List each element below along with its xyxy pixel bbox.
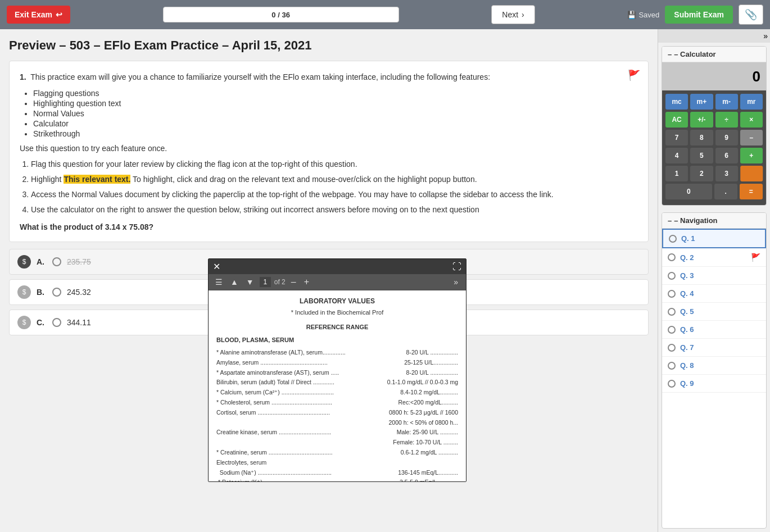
pdf-popup: ✕ ⛶ ☰ ▲ ▼ of 2 – + » LABORATORY VALUES *…: [208, 258, 466, 482]
navigation-list: Q. 1 Q. 2 🚩 Q. 3 Q. 4 Q. 5: [662, 229, 766, 393]
calc-decimal-button[interactable]: .: [714, 184, 737, 199]
pdf-content: LABORATORY VALUES * Included in the Bioc…: [209, 290, 466, 481]
pdf-row: * Calcium, serum (Ca²⁺) ................…: [216, 388, 458, 397]
pdf-row: Female: 10-70 U/L .........: [216, 438, 458, 447]
nav-item-q9[interactable]: Q. 9: [662, 375, 766, 393]
pdf-toolbar: ☰ ▲ ▼ of 2 – + »: [209, 274, 466, 290]
calc-equals-button[interactable]: =: [740, 184, 763, 199]
pdf-row: * Alanine aminotransferase (ALT), serum.…: [216, 348, 458, 357]
calc-mminus-button[interactable]: m-: [715, 94, 738, 110]
list-item: Calculator: [33, 119, 638, 128]
radio-b[interactable]: [52, 288, 61, 297]
nav-circle-q3: [668, 272, 676, 280]
pdf-next-page[interactable]: ▼: [244, 276, 256, 288]
pdf-row: * Potassium (K⁺) .......................…: [216, 478, 458, 481]
calc-row-123: 1 2 3: [665, 166, 763, 181]
list-item: Access the Normal Values document by cli…: [31, 189, 638, 201]
pdf-move-button[interactable]: ⛶: [452, 262, 461, 272]
nav-label-q3: Q. 3: [680, 271, 694, 280]
pdf-page-input[interactable]: [260, 277, 271, 287]
pdf-row: Cortisol, serum ........................…: [216, 408, 458, 417]
calc-7-button[interactable]: 7: [665, 130, 688, 145]
calc-2-button[interactable]: 2: [690, 166, 713, 181]
nav-label-q4: Q. 4: [680, 289, 694, 298]
nav-item-q8[interactable]: Q. 8: [662, 357, 766, 375]
list-item: Flag this question for your later review…: [31, 158, 638, 170]
calc-3-button[interactable]: 3: [715, 166, 738, 181]
option-text-c: 344.11: [67, 318, 91, 327]
exit-button[interactable]: Exit Exam ↩: [7, 6, 70, 24]
calc-plus-button[interactable]: +: [740, 148, 763, 163]
pdf-row: * Cholesterol, serum ...................…: [216, 398, 458, 407]
strikethrough-btn-b[interactable]: $: [17, 285, 31, 299]
option-text-a: 235.75: [67, 257, 91, 266]
pdf-close-button[interactable]: ✕: [213, 261, 220, 272]
topbar: Exit Exam ↩ 0 / 36 Next › 💾 Saved Submit…: [0, 0, 770, 29]
calc-minus-icon: –: [668, 50, 672, 58]
calc-1-button[interactable]: 1: [665, 166, 688, 181]
nav-item-q5[interactable]: Q. 5: [662, 303, 766, 321]
pdf-sidebar-toggle[interactable]: ☰: [213, 276, 225, 288]
pdf-expand-button[interactable]: »: [450, 276, 461, 288]
nav-item-q4[interactable]: Q. 4: [662, 285, 766, 303]
pdf-zoom-in[interactable]: +: [302, 277, 311, 287]
option-label-c: C.: [37, 318, 44, 327]
calc-row-0: 0 . =: [665, 184, 763, 199]
navigation-header: – – Navigation: [662, 213, 766, 229]
calc-6-button[interactable]: 6: [715, 148, 738, 163]
nav-item-q6[interactable]: Q. 6: [662, 321, 766, 339]
page-title: Preview – 503 – EFlo Exam Practice – Apr…: [9, 38, 649, 53]
pdf-row: Sodium (Na⁺) ...........................…: [216, 468, 458, 478]
calc-mc-button[interactable]: mc: [665, 94, 688, 110]
pdf-row: Creatine kinase, serum .................…: [216, 428, 458, 437]
next-button[interactable]: Next ›: [491, 5, 535, 24]
question-intro: This practice exam will give you a chanc…: [30, 72, 490, 81]
highlight-text: This relevant text.: [64, 175, 130, 184]
pdf-zoom-out[interactable]: –: [289, 277, 298, 287]
flag-button[interactable]: 🚩: [628, 69, 640, 81]
calc-function-row: AC +/- ÷ ×: [665, 112, 763, 128]
calc-9-button[interactable]: 9: [715, 130, 738, 145]
sidebar-toggle-button[interactable]: »: [658, 29, 770, 43]
list-item: Strikethrough: [33, 129, 638, 138]
calc-mr-button[interactable]: mr: [740, 94, 763, 110]
nav-label-q5: Q. 5: [680, 307, 694, 316]
nav-circle-q6: [668, 326, 676, 334]
calc-4-button[interactable]: 4: [665, 148, 688, 163]
calc-8-button[interactable]: 8: [690, 130, 713, 145]
pdf-prev-page[interactable]: ▲: [228, 276, 241, 288]
next-chevron-icon: ›: [522, 10, 524, 19]
calc-multiply-button[interactable]: ×: [740, 112, 763, 128]
nav-circle-q1: [669, 235, 677, 243]
paperclip-button[interactable]: 📎: [739, 4, 763, 25]
navigation-section: – – Navigation Q. 1 Q. 2 🚩 Q. 3: [662, 212, 767, 529]
calc-mplus-button[interactable]: m+: [690, 94, 713, 110]
calculator-title: – Calculator: [674, 50, 715, 58]
radio-c[interactable]: [52, 318, 61, 327]
nav-circle-q9: [668, 380, 676, 388]
calc-display-value: 0: [753, 68, 760, 85]
progress-text: 0 / 36: [271, 11, 290, 19]
nav-item-q1[interactable]: Q. 1: [662, 229, 766, 248]
submit-exam-button[interactable]: Submit Exam: [665, 6, 733, 24]
calc-5-button[interactable]: 5: [690, 148, 713, 163]
nav-label-q8: Q. 8: [680, 361, 694, 370]
option-label-b: B.: [37, 288, 44, 297]
nav-label-q9: Q. 9: [680, 379, 694, 388]
strikethrough-btn-c[interactable]: $: [17, 316, 31, 329]
calc-divide-button[interactable]: ÷: [715, 112, 738, 128]
calc-equals-tall[interactable]: [740, 166, 763, 181]
pdf-row: Electrolytes, serum: [216, 458, 458, 467]
pdf-row: * Aspartate aminotransferase (AST), seru…: [216, 368, 458, 378]
calc-0-button[interactable]: 0: [665, 184, 712, 199]
nav-item-q7[interactable]: Q. 7: [662, 339, 766, 357]
nav-item-q2[interactable]: Q. 2 🚩: [662, 248, 766, 267]
calc-minus-button[interactable]: –: [740, 130, 763, 145]
calc-ac-button[interactable]: AC: [665, 112, 688, 128]
list-item: Highlight This relevant text. To highlig…: [31, 174, 638, 185]
calc-plusminus-button[interactable]: +/-: [690, 112, 713, 128]
pdf-blood-title: BLOOD, PLASMA, SERUM: [216, 335, 458, 345]
nav-item-q3[interactable]: Q. 3: [662, 267, 766, 285]
radio-a[interactable]: [52, 257, 61, 266]
strikethrough-btn-a[interactable]: $: [17, 255, 31, 269]
